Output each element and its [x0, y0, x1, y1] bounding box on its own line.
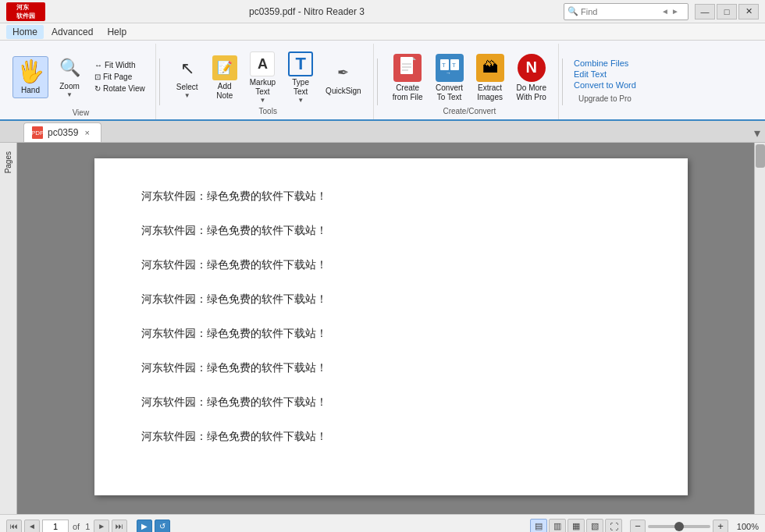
markup-text-button[interactable]: A MarkupText ▼ [244, 48, 281, 107]
quicksign-button[interactable]: ✒ QuickSign [320, 57, 367, 99]
select-button[interactable]: ↖ Select ▼ [169, 53, 205, 102]
search-prev-btn[interactable]: ◄ [661, 7, 669, 16]
nav-first-button[interactable]: ⏮ [6, 520, 22, 533]
type-text-button[interactable]: T TypeText ▼ [283, 48, 318, 107]
ribbon: 🖐 Hand 🔍 Zoom ▼ ↔ Fit Width ⊡ [0, 41, 765, 121]
zoom-slider[interactable] [648, 525, 710, 528]
nav-next-button[interactable]: ► [94, 520, 109, 533]
status-bar: ⏮ ◄ of 1 ► ⏭ ▶ ↺ ▤ ▥ ▦ ▧ ⛶ − + 100% [0, 514, 765, 532]
ribbon-divider-3 [562, 59, 563, 105]
nav-prev-button[interactable]: ◄ [24, 520, 40, 533]
tab-dropdown-button[interactable]: ▾ [749, 125, 765, 140]
full-screen-btn[interactable]: ⛶ [605, 519, 622, 533]
doc-line-3: 河东软件园：绿色免费的软件下载站！ [141, 293, 641, 307]
rotate-view-button[interactable]: ↻ Rotate View [91, 83, 149, 94]
ribbon-group-view: 🖐 Hand 🔍 Zoom ▼ ↔ Fit Width ⊡ [6, 44, 156, 119]
fit-page-label: Fit Page [103, 73, 132, 81]
menu-help[interactable]: Help [101, 25, 133, 39]
create-from-file-button[interactable]: Createfrom File [387, 51, 429, 105]
scrollbar-thumb[interactable] [756, 144, 765, 168]
tab-pdf-icon: PDF [32, 126, 43, 139]
zoom-level-label: 100% [731, 522, 759, 531]
document-tab[interactable]: PDF pc0359 × [23, 122, 101, 142]
doc-line-5: 河东软件园：绿色免费的软件下载站！ [141, 361, 641, 375]
search-icon: 🔍 [568, 6, 578, 16]
doc-line-4: 河东软件园：绿色免费的软件下载站！ [141, 327, 641, 341]
markup-text-label: MarkupText [250, 78, 276, 97]
quicksign-icon: ✒ [331, 60, 356, 85]
convert-to-word-link[interactable]: Convert to Word [574, 80, 636, 90]
zoom-in-button[interactable]: + [713, 520, 728, 533]
convert-label: ConvertTo Text [436, 83, 463, 102]
search-next-btn[interactable]: ► [671, 7, 679, 16]
zoom-out-button[interactable]: − [630, 520, 646, 533]
window-title: pc0359.pdf - Nitro Reader 3 [50, 6, 564, 17]
document-page: 河东软件园：绿色免费的软件下载站！ 河东软件园：绿色免费的软件下载站！ 河东软件… [94, 158, 688, 495]
tab-bar: PDF pc0359 × ▾ [0, 121, 765, 143]
svg-rect-2 [402, 63, 411, 65]
two-page-cont-view-btn[interactable]: ▧ [586, 519, 603, 533]
svg-rect-3 [402, 66, 411, 68]
loop-button[interactable]: ↺ [155, 520, 170, 533]
convert-icon: TT→ [436, 54, 464, 82]
fit-page-button[interactable]: ⊡ Fit Page [91, 71, 149, 83]
select-dropdown-arrow: ▼ [184, 92, 190, 99]
maximize-button[interactable]: □ [717, 4, 737, 20]
zoom-dropdown-arrow: ▼ [66, 91, 73, 98]
nav-last-button[interactable]: ⏭ [112, 520, 127, 533]
single-page-view-btn[interactable]: ▤ [530, 519, 547, 533]
search-bar: 🔍 ◄ ► [564, 3, 688, 20]
window-controls: — □ ✕ [695, 4, 759, 20]
rotate-view-icon: ↻ [94, 84, 101, 93]
menu-home[interactable]: Home [6, 25, 44, 39]
search-input[interactable] [581, 7, 659, 16]
app-logo: 河东软件园 [6, 2, 45, 21]
vertical-scrollbar[interactable] [754, 143, 765, 514]
ribbon-divider-1 [159, 59, 160, 105]
doc-line-7: 河东软件园：绿色免费的软件下载站！ [141, 430, 641, 444]
hand-icon: 🖐 [18, 59, 43, 84]
convert-to-text-button[interactable]: TT→ ConvertTo Text [430, 51, 469, 105]
zoom-label: Zoom [59, 82, 80, 91]
close-button[interactable]: ✕ [738, 4, 759, 20]
tab-label: pc0359 [48, 127, 78, 138]
edit-text-link[interactable]: Edit Text [574, 69, 636, 79]
minimize-button[interactable]: — [695, 4, 715, 20]
fit-width-button[interactable]: ↔ Fit Width [91, 59, 149, 71]
hand-button[interactable]: 🖐 Hand [12, 56, 48, 98]
menu-advanced[interactable]: Advanced [45, 25, 99, 39]
ribbon-group-tools: ↖ Select ▼ 📝 AddNote A MarkupText ▼ T Ty… [163, 44, 374, 119]
two-page-view-btn[interactable]: ▦ [568, 519, 585, 533]
ribbon-group-create-convert: Createfrom File TT→ ConvertTo Text 🏔 Ext… [381, 44, 559, 119]
create-label: Createfrom File [393, 83, 423, 102]
zoom-icon: 🔍 [57, 55, 82, 80]
view-group-label: View [73, 108, 90, 119]
zoom-slider-thumb[interactable] [674, 522, 684, 531]
combine-files-link[interactable]: Combine Files [574, 59, 636, 68]
play-button[interactable]: ▶ [137, 520, 152, 533]
pages-panel-tab[interactable]: Pages [2, 146, 15, 179]
doc-line-6: 河东软件园：绿色免费的软件下载站！ [141, 395, 641, 410]
svg-marker-1 [413, 57, 416, 60]
document-area: 河东软件园：绿色免费的软件下载站！ 河东软件园：绿色免费的软件下载站！ 河东软件… [17, 143, 765, 514]
continuous-view-btn[interactable]: ▥ [549, 519, 566, 533]
markup-text-icon: A [250, 51, 275, 76]
tab-close-button[interactable]: × [83, 127, 91, 138]
svg-rect-0 [400, 57, 413, 74]
type-text-label: TypeText [292, 78, 309, 97]
add-note-button[interactable]: 📝 AddNote [207, 52, 243, 104]
select-label: Select [176, 83, 198, 92]
svg-text:T: T [442, 62, 446, 69]
extract-images-button[interactable]: 🏔 ExtractImages [471, 51, 510, 105]
do-more-label: Do MoreWith Pro [517, 83, 546, 102]
view-small-buttons: ↔ Fit Width ⊡ Fit Page ↻ Rotate View [91, 59, 149, 94]
doc-line-1: 河东软件园：绿色免费的软件下载站！ [141, 224, 641, 238]
zoom-button[interactable]: 🔍 Zoom ▼ [52, 52, 87, 101]
do-more-button[interactable]: N Do MoreWith Pro [511, 51, 552, 105]
page-number-input[interactable] [42, 520, 69, 533]
type-text-icon: T [288, 51, 313, 76]
main-area: Pages 河东软件园：绿色免费的软件下载站！ 河东软件园：绿色免费的软件下载站… [0, 143, 765, 514]
page-separator: of [73, 522, 80, 531]
quicksign-label: QuickSign [326, 87, 361, 96]
svg-text:T: T [452, 62, 456, 69]
